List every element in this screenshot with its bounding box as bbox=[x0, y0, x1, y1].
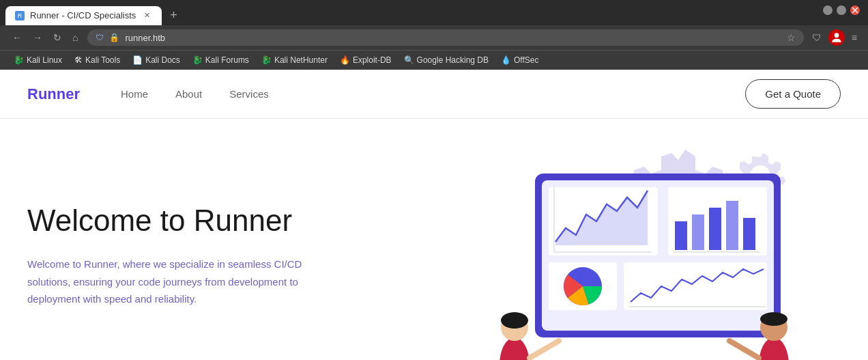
kali-docs-icon: 📄 bbox=[132, 55, 143, 65]
window-close-button[interactable] bbox=[850, 5, 860, 15]
nav-link-about[interactable]: About bbox=[175, 88, 202, 100]
bookmark-exploit-db[interactable]: 🔥 Exploit-DB bbox=[334, 53, 397, 67]
kali-tools-icon: 🛠 bbox=[74, 55, 83, 65]
svg-point-30 bbox=[760, 312, 787, 326]
address-bar-container: 🛡 🔒 ☆ bbox=[87, 29, 803, 46]
get-quote-button[interactable]: Get a Quote bbox=[745, 79, 841, 109]
hero-illustration bbox=[434, 146, 841, 360]
bookmark-kali-docs[interactable]: 📄 Kali Docs bbox=[127, 53, 186, 67]
security-icon: 🛡 bbox=[96, 33, 104, 42]
nav-links: Home About Services bbox=[121, 88, 745, 100]
svg-rect-20 bbox=[624, 262, 767, 310]
site-logo[interactable]: Runner bbox=[27, 85, 80, 103]
active-tab[interactable]: R Runner - CI/CD Specialists ✕ bbox=[5, 6, 162, 25]
back-button[interactable]: ← bbox=[8, 29, 26, 46]
nav-link-services[interactable]: Services bbox=[229, 88, 269, 100]
exploit-db-icon: 🔥 bbox=[340, 55, 350, 65]
shield-action-button[interactable]: 🛡 bbox=[809, 29, 824, 46]
svg-rect-13 bbox=[692, 214, 704, 250]
tab-title: Runner - CI/CD Specialists bbox=[30, 10, 136, 20]
bookmarks-bar: 🐉 Kali Linux 🛠 Kali Tools 📄 Kali Docs 🐉 … bbox=[0, 50, 868, 70]
kali-linux-icon: 🐉 bbox=[14, 55, 24, 65]
website-content: Runner Home About Services Get a Quote W… bbox=[0, 70, 868, 360]
bookmark-offsec[interactable]: 💧 OffSec bbox=[495, 53, 544, 67]
hero-title: Welcome to Runner bbox=[27, 203, 407, 239]
bookmark-kali-nethunter[interactable]: 🐉 Kali NetHunter bbox=[256, 53, 333, 67]
tab-favicon: R bbox=[15, 11, 25, 20]
kali-nethunter-icon: 🐉 bbox=[261, 55, 272, 65]
bookmark-google-hacking-db[interactable]: 🔍 Google Hacking DB bbox=[399, 53, 494, 67]
svg-line-25 bbox=[530, 341, 559, 358]
profile-avatar[interactable] bbox=[828, 29, 845, 46]
svg-line-31 bbox=[729, 341, 759, 358]
illustration-svg bbox=[453, 133, 822, 360]
nav-link-home[interactable]: Home bbox=[121, 88, 148, 100]
hero-section: Welcome to Runner Welcome to Runner, whe… bbox=[0, 119, 868, 360]
bookmark-kali-forums[interactable]: 🐉 Kali Forums bbox=[187, 53, 255, 67]
bookmark-kali-tools[interactable]: 🛠 Kali Tools bbox=[69, 53, 126, 67]
svg-point-24 bbox=[501, 312, 528, 329]
window-circle-2 bbox=[837, 5, 846, 15]
menu-button[interactable]: ≡ bbox=[849, 29, 860, 46]
hero-text-block: Welcome to Runner Welcome to Runner, whe… bbox=[27, 203, 434, 307]
lock-icon: 🔒 bbox=[109, 33, 119, 42]
svg-rect-15 bbox=[726, 201, 738, 250]
offsec-icon: 💧 bbox=[501, 55, 511, 65]
new-tab-button[interactable]: + bbox=[164, 5, 183, 25]
reload-button[interactable]: ↻ bbox=[49, 29, 66, 46]
address-input[interactable] bbox=[125, 33, 781, 43]
kali-forums-icon: 🐉 bbox=[192, 55, 203, 65]
window-circle-1 bbox=[823, 5, 833, 15]
home-button[interactable]: ⌂ bbox=[68, 29, 82, 46]
bookmark-kali-linux[interactable]: 🐉 Kali Linux bbox=[8, 53, 68, 67]
svg-rect-12 bbox=[675, 221, 687, 250]
svg-point-2 bbox=[834, 33, 839, 38]
hero-description: Welcome to Runner, where we specialize i… bbox=[27, 255, 314, 308]
tab-close-button[interactable]: ✕ bbox=[141, 10, 152, 21]
bookmark-star-button[interactable]: ☆ bbox=[787, 32, 796, 43]
site-navigation: Runner Home About Services Get a Quote bbox=[0, 70, 868, 119]
svg-rect-14 bbox=[709, 208, 721, 250]
google-hacking-db-icon: 🔍 bbox=[404, 55, 414, 65]
svg-rect-16 bbox=[743, 218, 755, 250]
forward-button[interactable]: → bbox=[29, 29, 46, 46]
